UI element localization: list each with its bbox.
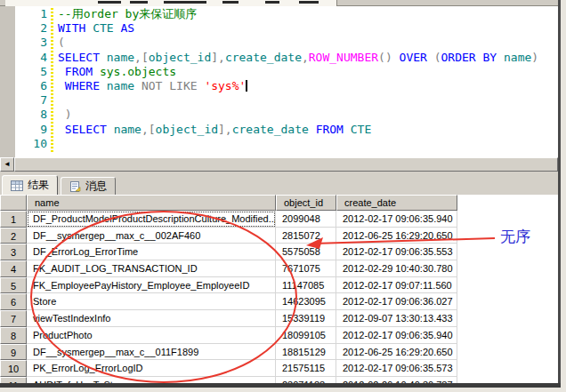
- code-line: WITH CTE AS: [58, 21, 538, 36]
- code-token: ): [58, 108, 72, 121]
- table-row[interactable]: 6Store146230952012-02-17 09:06:36.027: [0, 293, 457, 310]
- column-header-object-id[interactable]: object_id: [276, 195, 336, 211]
- code-token: SELECT: [58, 51, 107, 64]
- grid-header-row: name object_id create_date: [0, 195, 457, 211]
- cell-name[interactable]: ProductPhoto: [27, 327, 276, 344]
- code-token: WITH: [58, 21, 93, 35]
- cell-object-id[interactable]: 18099105: [276, 327, 336, 344]
- code-token: create_date: [225, 51, 302, 64]
- code-token: name: [504, 51, 531, 64]
- cell-create-date[interactable]: 2012-09-07 13:30:13.433: [336, 310, 457, 327]
- cell-name[interactable]: viewTestIndexInfo: [27, 310, 276, 327]
- cell-object-id[interactable]: 21575115: [276, 360, 336, 377]
- cell-name[interactable]: FK_EmployeePayHistory_Employee_EmployeeI…: [27, 277, 276, 294]
- cell-object-id[interactable]: 15339119: [276, 310, 336, 327]
- grid-rows: 1DF_ProductModelProductDescriptionCultur…: [0, 211, 457, 392]
- table-row[interactable]: 8ProductPhoto180991052012-02-17 09:06:35…: [0, 327, 457, 344]
- cell-object-id[interactable]: 2099048: [276, 211, 336, 228]
- row-header[interactable]: 1: [0, 211, 27, 228]
- tab-results[interactable]: 结果: [2, 175, 58, 195]
- cell-create-date[interactable]: 2012-02-17 09:06:36.027: [336, 293, 457, 310]
- cell-name[interactable]: Store: [27, 293, 276, 310]
- cell-create-date[interactable]: 2012-06-25 16:29:20.650: [336, 228, 457, 244]
- scroll-left-icon[interactable]: ◄: [0, 157, 14, 172]
- cell-create-date[interactable]: 2012-02-17 09:06:35.940: [336, 327, 457, 344]
- code-token: create_date: [232, 123, 316, 136]
- table-row[interactable]: 3DF_ErrorLog_ErrorTime55750582012-02-17 …: [0, 244, 457, 260]
- change-tracking-strip: [51, 8, 53, 152]
- cell-object-id[interactable]: 2815072: [276, 228, 336, 244]
- line-number-gutter[interactable]: 12345678910: [15, 7, 47, 151]
- code-token: CTE: [93, 21, 120, 35]
- cell-object-id[interactable]: 11147085: [276, 277, 336, 294]
- code-line: ): [58, 108, 538, 122]
- row-header[interactable]: 4: [0, 260, 27, 277]
- code-token: (: [434, 51, 441, 64]
- cell-create-date[interactable]: 2012-02-17 09:07:11.560: [336, 277, 457, 294]
- cell-name[interactable]: DF_ErrorLog_ErrorTime: [27, 244, 276, 260]
- row-header[interactable]: 6: [0, 293, 27, 310]
- results-grid-icon: [11, 180, 23, 191]
- code-token: name: [107, 51, 134, 64]
- cell-name[interactable]: DF__sysmergep__max_c__002AF460: [27, 228, 276, 244]
- row-header[interactable]: 5: [0, 277, 27, 294]
- cell-object-id[interactable]: 7671075: [276, 260, 336, 277]
- code-line: FROM sys.objects: [58, 65, 538, 79]
- hscrollbar-thumb[interactable]: [14, 157, 558, 172]
- table-row[interactable]: 10PK_ErrorLog_ErrorLogID215751152012-02-…: [0, 360, 457, 377]
- tab-messages[interactable]: 消息: [61, 177, 116, 195]
- code-token: FROM: [58, 65, 100, 78]
- table-row[interactable]: 9DF__sysmergep__max_c__011F1899188151292…: [0, 344, 457, 361]
- code-token: WHERE: [58, 79, 107, 92]
- table-row[interactable]: 7viewTestIndexInfo153391192012-09-07 13:…: [0, 310, 457, 327]
- sql-editor[interactable]: 12345678910 --用order by来保证顺序WITH CTE AS(…: [0, 6, 560, 157]
- line-number: 3: [15, 36, 47, 50]
- results-grid: name object_id create_date 1DF_ProductMo…: [0, 195, 566, 385]
- editor-hscrollbar[interactable]: ◄: [0, 157, 560, 172]
- cell-object-id[interactable]: 18815129: [276, 344, 336, 361]
- row-header[interactable]: 8: [0, 327, 27, 344]
- cell-create-date[interactable]: 2012-06-25 16:29:20.650: [336, 344, 457, 361]
- code-token: SELECT: [58, 123, 114, 136]
- table-row[interactable]: 1DF_ProductModelProductDescriptionCultur…: [0, 211, 457, 228]
- clipped-tab-text: [98, 1, 121, 4]
- row-header[interactable]: 2: [0, 228, 27, 244]
- code-line: SELECT name,[object_id],create_date,ROW_…: [58, 51, 538, 65]
- tab-messages-label: 消息: [85, 179, 107, 194]
- cell-object-id[interactable]: 5575058: [276, 244, 336, 260]
- grid-corner-cell[interactable]: [0, 195, 27, 211]
- column-header-name[interactable]: name: [27, 195, 276, 211]
- code-token: --用order by来保证顺序: [58, 7, 197, 20]
- table-row[interactable]: 4FK_AUDIT_LOG_TRANSACTION_ID76710752012-…: [0, 260, 457, 277]
- window-bottom-edge: [0, 388, 566, 392]
- cell-name[interactable]: FK_AUDIT_LOG_TRANSACTION_ID: [27, 260, 276, 277]
- clipped-document-tab[interactable]: [5, 0, 337, 6]
- cell-create-date[interactable]: 2012-02-17 09:06:35.573: [336, 360, 457, 377]
- code-lines[interactable]: --用order by来保证顺序WITH CTE AS(SELECT name,…: [58, 7, 538, 151]
- cell-create-date[interactable]: 2012-02-17 09:06:35.553: [336, 244, 457, 260]
- code-token: NOT LIKE: [142, 79, 204, 92]
- code-token: AS: [120, 21, 134, 35]
- row-header[interactable]: 7: [0, 310, 27, 327]
- cell-object-id[interactable]: 14623095: [276, 293, 336, 310]
- table-row[interactable]: 2DF__sysmergep__max_c__002AF460281507220…: [0, 228, 457, 244]
- row-header[interactable]: 3: [0, 244, 27, 260]
- cell-create-date[interactable]: 2012-02-17 09:06:35.940: [336, 211, 457, 228]
- row-header[interactable]: 10: [0, 360, 27, 377]
- line-number: 8: [15, 108, 47, 122]
- code-token: name: [107, 79, 142, 92]
- clipped-tab-text: [299, 1, 319, 4]
- line-number: 7: [15, 93, 47, 108]
- cell-name[interactable]: DF_ProductModelProductDescriptionCulture…: [27, 211, 276, 228]
- cell-name[interactable]: DF__sysmergep__max_c__011F1899: [27, 344, 276, 361]
- line-number: 2: [15, 21, 47, 36]
- code-token: ,[: [134, 51, 149, 64]
- results-tabbar: 结果 消息: [0, 172, 566, 195]
- row-header[interactable]: 9: [0, 344, 27, 361]
- code-token: sys.objects: [100, 65, 176, 78]
- column-header-create-date[interactable]: create_date: [336, 195, 457, 211]
- cell-name[interactable]: PK_ErrorLog_ErrorLogID: [27, 360, 276, 377]
- cell-create-date[interactable]: 2012-02-29 10:40:30.780: [336, 260, 457, 277]
- code-token: (): [378, 51, 399, 64]
- table-row[interactable]: 5FK_EmployeePayHistory_Employee_Employee…: [0, 277, 457, 294]
